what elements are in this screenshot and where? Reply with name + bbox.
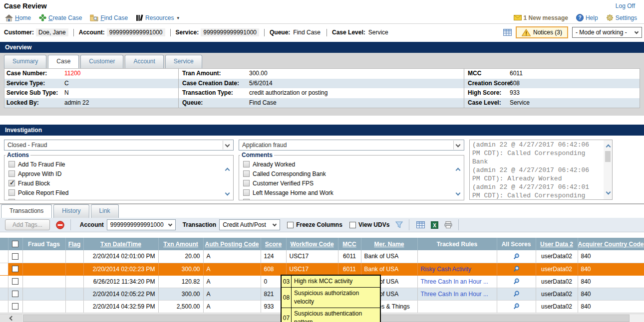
tran-amount-label: Tran Amount: bbox=[182, 69, 221, 79]
txn-date-cell: 2/20/2014 02:02:23 PM bbox=[83, 263, 158, 275]
scroll-left-button[interactable] bbox=[0, 314, 22, 322]
scroll-down-icon[interactable] bbox=[226, 189, 229, 196]
col-acquirer-country-code[interactable]: Acquirer Country Code bbox=[578, 238, 644, 250]
nav-create-case[interactable]: Create Case bbox=[39, 14, 82, 21]
transaction-row-selected[interactable]: 2/20/2014 02:02:23 PM 300.00 A 608 USC17… bbox=[0, 263, 644, 275]
scrollbar-thumb[interactable] bbox=[605, 151, 611, 162]
transaction-row[interactable]: 2/20/2014 02:01:00 PM 20.00 A 124 USC17 … bbox=[0, 250, 644, 263]
all-scores-cell[interactable] bbox=[497, 288, 536, 300]
all-scores-cell[interactable] bbox=[497, 275, 536, 288]
comment-checkbox-item[interactable]: Already Worked bbox=[243, 161, 295, 168]
tab-service[interactable]: Service bbox=[165, 55, 202, 68]
nav-resources[interactable]: Resources ▾ bbox=[136, 14, 179, 21]
scroll-up-icon[interactable] bbox=[226, 166, 229, 173]
checkbox-unchecked[interactable] bbox=[8, 189, 15, 196]
flag-cell bbox=[65, 288, 83, 300]
comment-checkbox-item[interactable]: Called Corresponding Bank bbox=[243, 170, 326, 177]
col-auth-posting-code[interactable]: Auth Posting Code bbox=[203, 238, 261, 250]
action-checkbox-item[interactable]: Add To Fraud File bbox=[8, 161, 65, 168]
scroll-up-icon[interactable] bbox=[456, 166, 460, 173]
magnifier-icon[interactable] bbox=[500, 278, 533, 285]
checkbox-unchecked[interactable] bbox=[243, 170, 250, 177]
action-checkbox-item[interactable]: Fraud Block bbox=[8, 179, 50, 187]
new-message-link[interactable]: 1 New message bbox=[514, 14, 568, 21]
comment-checkbox-item[interactable]: Customer Verified FPS bbox=[243, 179, 314, 187]
checkbox-unchecked[interactable] bbox=[8, 170, 15, 177]
checkbox-unchecked[interactable] bbox=[8, 199, 15, 200]
row-checkbox[interactable] bbox=[8, 263, 22, 275]
magnifier-icon[interactable] bbox=[500, 266, 533, 272]
nav-settings[interactable]: Settings bbox=[606, 14, 637, 21]
row-spacer bbox=[0, 275, 8, 288]
select-all-checkbox[interactable] bbox=[8, 238, 22, 250]
freeze-columns-checkbox[interactable]: Freeze Columns bbox=[287, 221, 342, 228]
tab-link[interactable]: Link bbox=[91, 204, 119, 218]
case-context-actions: Notices (3) - Mode of working - bbox=[497, 26, 642, 38]
magnifier-icon[interactable] bbox=[500, 303, 533, 310]
col-txn-date-time[interactable]: Txn Date/Time bbox=[83, 238, 158, 250]
col-txn-amount[interactable]: Txn Amount bbox=[158, 238, 203, 250]
transaction-select[interactable]: Credit Auth/Post bbox=[219, 219, 280, 230]
print-icon[interactable] bbox=[444, 221, 452, 228]
checkbox-unchecked[interactable] bbox=[243, 199, 250, 200]
col-mer-name[interactable]: Mer. Name bbox=[361, 238, 417, 250]
checkbox-unchecked[interactable] bbox=[349, 222, 356, 228]
col-mcc[interactable]: MCC bbox=[338, 238, 361, 250]
investigation-notes-textarea[interactable]: (admin 22 @ 4/27/2017 06:42:06 PM CDT): … bbox=[469, 140, 613, 200]
auth-code-cell: A bbox=[203, 263, 261, 275]
fraud-type-select[interactable]: Application fraud bbox=[239, 140, 464, 151]
tab-summary[interactable]: Summary bbox=[4, 55, 46, 68]
notes-scrollbar[interactable] bbox=[604, 140, 612, 199]
scroll-down-icon[interactable] bbox=[607, 188, 610, 195]
row-checkbox[interactable] bbox=[8, 300, 22, 313]
filter-funnel-icon[interactable] bbox=[395, 221, 403, 228]
scroll-up-icon[interactable] bbox=[607, 143, 610, 150]
mode-of-working-select[interactable]: - Mode of working - bbox=[572, 27, 642, 38]
action-checkbox-item[interactable] bbox=[8, 198, 15, 200]
notices-button[interactable]: Notices (3) bbox=[516, 26, 568, 38]
scroll-down-icon[interactable] bbox=[456, 189, 460, 196]
row-checkbox[interactable] bbox=[8, 288, 22, 300]
nav-help[interactable]: ? Help bbox=[576, 14, 598, 21]
export-excel-icon[interactable]: X bbox=[431, 221, 438, 229]
comment-checkbox-item[interactable] bbox=[243, 198, 250, 200]
checkbox-label: Add To Fraud File bbox=[18, 161, 65, 168]
checkbox-label: Already Worked bbox=[253, 161, 295, 168]
col-flag[interactable]: Flag bbox=[65, 238, 83, 250]
col-score[interactable]: Score bbox=[261, 238, 286, 250]
col-workflow-code[interactable]: Workflow Code bbox=[286, 238, 338, 250]
checkbox-unchecked[interactable] bbox=[8, 161, 15, 167]
account-select[interactable]: 9999999999991000 bbox=[107, 219, 176, 230]
checkbox-unchecked[interactable] bbox=[243, 180, 250, 186]
tab-customer[interactable]: Customer bbox=[80, 55, 123, 68]
checkbox-unchecked[interactable] bbox=[243, 189, 250, 196]
tab-history[interactable]: History bbox=[53, 204, 89, 218]
all-scores-cell[interactable] bbox=[497, 250, 536, 263]
all-scores-cell[interactable] bbox=[497, 263, 536, 275]
row-checkbox[interactable] bbox=[8, 275, 22, 288]
grid-view-icon[interactable] bbox=[416, 221, 425, 228]
tab-case[interactable]: Case bbox=[48, 55, 79, 68]
disposition-select[interactable]: Closed - Fraud bbox=[4, 140, 234, 151]
action-checkbox-item[interactable]: Approve With ID bbox=[8, 170, 61, 177]
action-checkbox-item[interactable]: Police Report Filed bbox=[8, 189, 68, 196]
magnifier-icon[interactable] bbox=[500, 253, 533, 260]
gear-icon bbox=[606, 14, 614, 21]
row-checkbox[interactable] bbox=[8, 250, 22, 263]
log-off-link[interactable]: Log Off bbox=[616, 2, 635, 9]
remove-tag-icon[interactable] bbox=[56, 221, 64, 229]
checkbox-unchecked[interactable] bbox=[243, 161, 250, 167]
magnifier-icon[interactable] bbox=[500, 291, 533, 297]
tab-account[interactable]: Account bbox=[125, 55, 163, 68]
nav-find-case[interactable]: Find Case bbox=[90, 14, 128, 21]
view-udvs-checkbox[interactable]: View UDVs bbox=[349, 221, 389, 228]
tab-transactions[interactable]: Transactions bbox=[1, 204, 52, 218]
grid-view-icon[interactable] bbox=[503, 29, 512, 36]
checkbox-unchecked[interactable] bbox=[287, 222, 294, 228]
nav-home[interactable]: Home bbox=[5, 14, 31, 21]
add-tags-button[interactable]: Add Tags... bbox=[5, 219, 50, 230]
all-scores-cell[interactable] bbox=[497, 300, 536, 313]
comment-checkbox-item[interactable]: Left Message Home and Work bbox=[243, 189, 333, 196]
checkbox-checked[interactable] bbox=[8, 180, 15, 186]
col-user-data-2[interactable]: User Data 2 bbox=[536, 238, 578, 250]
